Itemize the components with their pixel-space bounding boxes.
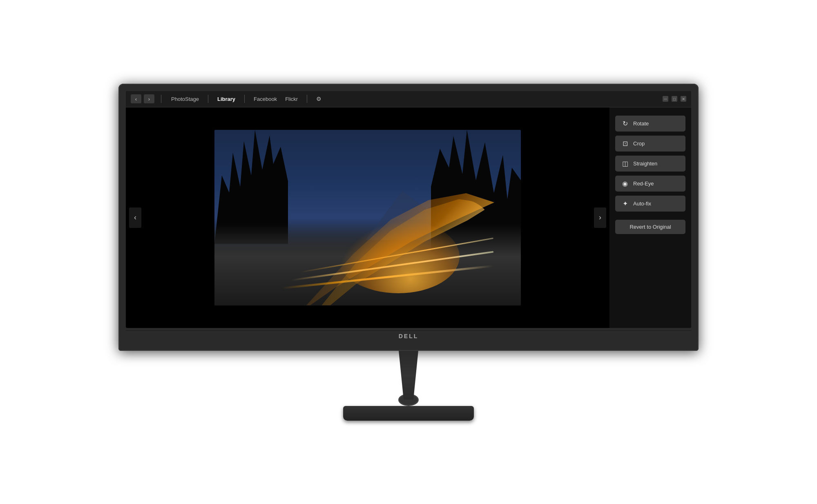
monitor-stand-base — [343, 406, 474, 421]
rotate-label: Rotate — [633, 120, 649, 127]
tools-panel: ↻ Rotate ⊡ Crop ◫ Straighten ◉ Red-Eye — [609, 107, 691, 328]
auto-fix-label: Auto-fix — [633, 201, 651, 207]
minimize-button[interactable]: ─ — [663, 96, 668, 102]
red-eye-label: Red-Eye — [633, 181, 654, 187]
monitor: ‹ › PhotoStage Library Facebook Flickr ⚙ — [118, 84, 699, 421]
crop-icon: ⊡ — [621, 140, 629, 147]
settings-icon[interactable]: ⚙ — [313, 94, 325, 104]
next-photo-button[interactable]: › — [594, 207, 606, 228]
red-eye-icon: ◉ — [621, 180, 629, 187]
crop-button[interactable]: ⊡ Crop — [615, 136, 685, 152]
title-divider-1 — [161, 95, 161, 103]
close-button[interactable]: ✕ — [681, 96, 686, 102]
title-bar-left: ‹ › PhotoStage Library Facebook Flickr ⚙ — [131, 94, 325, 104]
revert-to-original-button[interactable]: Revert to Original — [615, 220, 685, 234]
menu-item-library[interactable]: Library — [214, 94, 239, 104]
straighten-icon: ◫ — [621, 160, 629, 167]
menu-item-photostage[interactable]: PhotoStage — [168, 94, 202, 104]
nav-menu: PhotoStage Library Facebook Flickr ⚙ — [168, 94, 325, 104]
photo-background — [214, 130, 521, 306]
photo-container — [214, 130, 521, 306]
menu-item-flickr[interactable]: Flickr — [282, 94, 301, 104]
monitor-screen: ‹ › PhotoStage Library Facebook Flickr ⚙ — [126, 91, 691, 328]
maximize-button[interactable]: □ — [672, 96, 677, 102]
photo-area: ‹ — [126, 107, 609, 328]
auto-fix-button[interactable]: ✦ Auto-fix — [615, 196, 685, 212]
nav-forward-button[interactable]: › — [144, 94, 154, 103]
red-eye-button[interactable]: ◉ Red-Eye — [615, 176, 685, 192]
prev-photo-button[interactable]: ‹ — [129, 207, 141, 228]
rotate-icon: ↻ — [621, 120, 629, 127]
auto-fix-icon: ✦ — [621, 200, 629, 207]
main-area: ‹ — [126, 107, 691, 328]
rotate-button[interactable]: ↻ Rotate — [615, 116, 685, 132]
title-divider-2 — [208, 95, 208, 103]
straighten-label: Straighten — [633, 161, 657, 167]
orange-glow — [337, 220, 460, 293]
title-divider-4 — [307, 95, 307, 103]
straighten-button[interactable]: ◫ Straighten — [615, 156, 685, 172]
window-controls: ─ □ ✕ — [663, 96, 686, 102]
dell-logo: DELL — [399, 333, 419, 339]
monitor-stand-neck — [392, 351, 425, 400]
menu-item-facebook[interactable]: Facebook — [250, 94, 280, 104]
title-divider-3 — [244, 95, 245, 103]
monitor-bottom-bezel: DELL — [126, 330, 691, 342]
crop-label: Crop — [633, 140, 645, 147]
nav-back-button[interactable]: ‹ — [131, 94, 141, 103]
title-bar: ‹ › PhotoStage Library Facebook Flickr ⚙ — [126, 91, 691, 107]
monitor-bezel: ‹ › PhotoStage Library Facebook Flickr ⚙ — [118, 84, 699, 351]
